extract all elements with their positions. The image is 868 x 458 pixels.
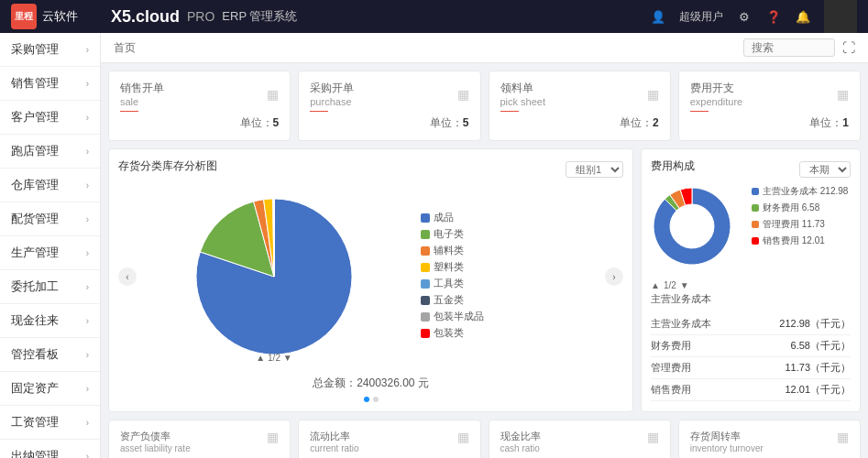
chevron-icon: › (86, 79, 89, 89)
cost-item-value: 12.01（千元） (785, 383, 851, 397)
user-icon[interactable]: 👤 (650, 8, 666, 25)
x5-label: X5.cloud (111, 7, 180, 27)
settings-icon[interactable]: ⚙ (736, 8, 753, 25)
legend-item: 电子类 (421, 227, 605, 241)
sidebar: 采购管理›销售管理›客户管理›跑店管理›仓库管理›配货管理›生产管理›委托加工›… (0, 33, 101, 458)
sidebar-item-固定资产[interactable]: 固定资产› (0, 372, 100, 406)
cost-item-label: 销售费用 (651, 383, 691, 397)
pie-legend: 成品电子类辅料类塑料类工具类五金类包装半成品包装类 (412, 211, 605, 343)
donut-legend-item: 财务费用 6.58 (752, 202, 851, 214)
header-right: 👤 超级用户 ⚙ ❓ 🔔 (650, 0, 857, 33)
donut-legend-label: 财务费用 6.58 (763, 202, 819, 214)
legend-label: 工具类 (434, 277, 464, 290)
sidebar-item-销售管理[interactable]: 销售管理› (0, 67, 100, 101)
sidebar-item-采购管理[interactable]: 采购管理› (0, 33, 100, 67)
notification-icon[interactable]: 🔔 (795, 8, 811, 25)
card-header: 销售开单 sale ▦ (120, 81, 279, 107)
cost-item: 管理费用11.73（千元） (651, 357, 851, 379)
chevron-icon: › (86, 113, 89, 123)
card-header: 采购开单 purchase ▦ (310, 81, 468, 107)
donut-area: 主营业务成本 212.98财务费用 6.58管理费用 11.73销售费用 12.… (651, 185, 851, 277)
sidebar-item-现金往来[interactable]: 现金往来› (0, 304, 100, 338)
logo-area: 里程 云软件 (11, 4, 78, 29)
main-layout: 采购管理›销售管理›客户管理›跑店管理›仓库管理›配货管理›生产管理›委托加工›… (0, 33, 868, 458)
card-divider (690, 111, 709, 112)
metric-icon: ▦ (837, 430, 849, 444)
legend-label: 辅料类 (434, 244, 464, 257)
sidebar-item-工资管理[interactable]: 工资管理› (0, 406, 100, 440)
user-name: 超级用户 (679, 9, 723, 25)
pie-svg (192, 194, 357, 359)
metric-title: 存货周转率 (690, 430, 764, 443)
sidebar-item-生产管理[interactable]: 生产管理› (0, 236, 100, 270)
pie-prev-arrow[interactable]: ‹ (118, 267, 137, 286)
legend-item: 包装半成品 (421, 310, 605, 323)
chevron-icon: › (86, 316, 89, 326)
sidebar-label: 管控看板 (11, 346, 59, 363)
content-area: 首页 ⛶ 销售开单 sale ▦ 单位：5 采购开单 purchase ▦ 单位 (101, 33, 868, 458)
card-header: 费用开支 expenditure ▦ (690, 81, 849, 107)
card-icon: ▦ (837, 87, 849, 102)
chevron-icon: › (86, 384, 89, 394)
pie-chart-area: ‹ ▲ 1/2 ▼ 成品电子类辅料类塑料类工具类五金类包装半成品包装类 › (118, 185, 623, 368)
cost-item-value: 212.98（千元） (779, 317, 851, 331)
cost-panel: 费用构成 本期 主营业务成本 212.98财务费用 6.58管理费用 11.73… (641, 148, 861, 412)
period-select[interactable]: 本期 (799, 161, 851, 178)
dark-btn[interactable] (824, 0, 857, 33)
sidebar-item-仓库管理[interactable]: 仓库管理› (0, 169, 100, 202)
metric-title: 流动比率 (310, 430, 358, 443)
sidebar-label: 跑店管理 (11, 143, 59, 159)
pie-pagination: ▲ 1/2 ▼ (256, 353, 291, 363)
card-费用开支: 费用开支 expenditure ▦ 单位：1 (678, 71, 861, 141)
legend-dot (421, 312, 430, 322)
cost-item-label: 管理费用 (651, 361, 691, 375)
logo-box: 里程 (11, 4, 37, 29)
cost-panel-title: 费用构成 (651, 158, 695, 174)
metric-subtitle: cash ratio (500, 443, 541, 453)
legend-dot (421, 213, 430, 223)
chevron-icon: › (86, 248, 89, 258)
metric-subtitle: asset liability rate (120, 443, 191, 453)
legend-item: 辅料类 (421, 244, 605, 257)
sidebar-item-管控看板[interactable]: 管控看板› (0, 338, 100, 372)
chevron-icon: › (86, 214, 89, 224)
pie-next-arrow[interactable]: › (605, 267, 623, 286)
sidebar-item-委托加工[interactable]: 委托加工› (0, 270, 100, 304)
card-count: 单位：2 (500, 115, 659, 131)
donut-container (651, 185, 742, 277)
chevron-icon: › (86, 418, 89, 428)
donut-svg (651, 185, 733, 267)
sidebar-label: 工资管理 (11, 414, 59, 431)
metrics-row: 资产负债率 asset liability rate ▦ 35.96% 流动比率… (101, 420, 868, 458)
sidebar-item-出纳管理[interactable]: 出纳管理› (0, 440, 100, 458)
card-销售开单: 销售开单 sale ▦ 单位：5 (108, 71, 291, 141)
chevron-icon: › (86, 282, 89, 292)
sidebar-item-配货管理[interactable]: 配货管理› (0, 202, 100, 236)
pie-chart-panel: 存货分类库存分析图 组别1 ‹ ▲ 1/2 ▼ 成品电子类辅料类塑料类工具类五金… (108, 148, 633, 412)
sidebar-item-跑店管理[interactable]: 跑店管理› (0, 135, 100, 169)
cost-item-label: 财务费用 (651, 339, 691, 353)
legend-dot (421, 263, 430, 272)
legend-label: 五金类 (434, 293, 464, 307)
donut-dot (752, 237, 759, 245)
legend-label: 包装半成品 (434, 310, 484, 323)
breadcrumb-right: ⛶ (743, 38, 855, 57)
legend-item: 塑料类 (421, 260, 605, 274)
sidebar-label: 仓库管理 (11, 177, 59, 193)
pro-badge: PRO (187, 9, 214, 24)
card-领料单: 领料单 pick sheet ▦ 单位：2 (489, 71, 671, 141)
metric-icon: ▦ (457, 430, 469, 444)
category-select[interactable]: 组别1 (566, 161, 623, 178)
card-count: 单位：1 (690, 115, 849, 131)
help-icon[interactable]: ❓ (765, 8, 782, 25)
legend-item: 成品 (421, 211, 605, 224)
legend-item: 包装类 (421, 326, 605, 340)
sidebar-item-客户管理[interactable]: 客户管理› (0, 101, 100, 135)
search-input[interactable] (743, 38, 835, 57)
fullscreen-icon[interactable]: ⛶ (842, 40, 855, 55)
donut-legend-item: 销售费用 12.01 (752, 234, 851, 247)
pie-pagination-dots (118, 397, 623, 402)
card-icon: ▦ (267, 87, 279, 102)
legend-label: 包装类 (434, 326, 464, 340)
card-icon: ▦ (647, 87, 659, 102)
